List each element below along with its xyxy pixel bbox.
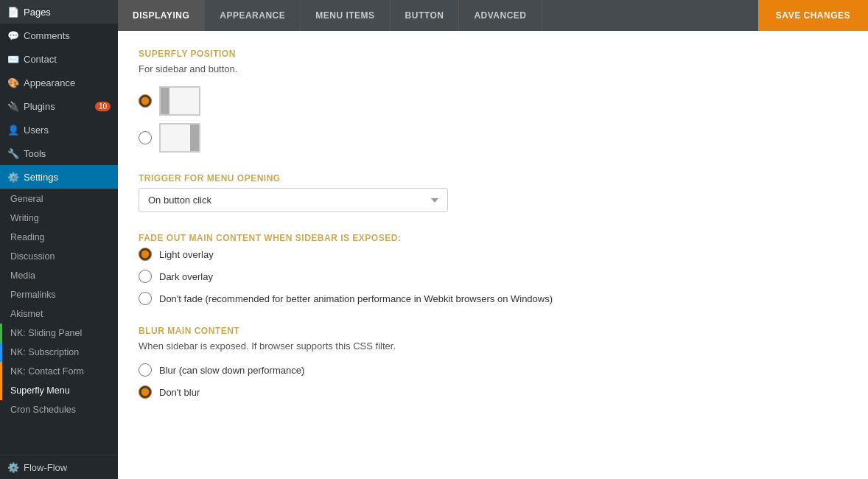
fade-none-option[interactable]: Don't fade (recommended for better anima… <box>139 292 847 305</box>
fade-none-label: Don't fade (recommended for better anima… <box>159 293 553 304</box>
sidebar-sub-writing[interactable]: Writing <box>0 209 118 228</box>
position-options <box>139 86 847 153</box>
blur-off-option[interactable]: Don't blur <box>139 385 847 399</box>
sidebar-sub-superfly-menu[interactable]: Superfly Menu <box>0 381 118 400</box>
sidebar-sub-general[interactable]: General <box>0 189 118 209</box>
content-area: SUPERFLY POSITION For sidebar and button… <box>118 31 868 479</box>
sidebar-item-plugins[interactable]: 🔌 Plugins 10 <box>0 94 118 118</box>
sidebar-item-contact[interactable]: ✉️ Contact <box>0 47 118 71</box>
fade-none-radio[interactable] <box>139 292 152 305</box>
sidebar-item-pages[interactable]: 📄 Pages <box>0 0 118 24</box>
position-left-option <box>139 86 847 116</box>
sidebar-item-flow-flow[interactable]: ⚙️ Flow-Flow <box>0 455 118 479</box>
fade-title: FADE OUT MAIN CONTENT WHEN SIDEBAR IS EX… <box>139 233 847 243</box>
settings-icon: ⚙️ <box>7 171 19 183</box>
fade-light-option[interactable]: Light overlay <box>139 248 847 261</box>
blur-section: BLUR MAIN CONTENT When sidebar is expose… <box>139 326 847 399</box>
sidebar: 📄 Pages 💬 Comments ✉️ Contact 🎨 Appearan… <box>0 0 118 479</box>
sidebar-sub-nk-sliding[interactable]: NK: Sliding Panel <box>0 324 118 343</box>
left-bar <box>161 88 169 114</box>
tab-displaying[interactable]: DISPLAYING <box>118 0 205 31</box>
position-right-img[interactable] <box>159 123 200 153</box>
blur-subtitle: When sidebar is exposed. If browser supp… <box>139 340 847 352</box>
comments-icon: 💬 <box>7 29 19 41</box>
fade-dark-label: Dark overlay <box>159 271 213 282</box>
sidebar-item-tools[interactable]: 🔧 Tools <box>0 141 118 165</box>
position-title: SUPERFLY POSITION <box>139 49 847 59</box>
blur-on-radio[interactable] <box>139 363 152 377</box>
position-left-img[interactable] <box>159 86 200 116</box>
position-section: SUPERFLY POSITION For sidebar and button… <box>139 49 847 153</box>
sidebar-item-users[interactable]: 👤 Users <box>0 118 118 141</box>
save-button[interactable]: SAVE CHANGES <box>758 0 868 31</box>
position-right-option <box>139 123 847 153</box>
sidebar-sub-reading[interactable]: Reading <box>0 228 118 247</box>
plugins-icon: 🔌 <box>7 100 19 112</box>
fade-light-radio[interactable] <box>139 248 152 261</box>
position-right-radio[interactable] <box>139 131 152 144</box>
main-content: DISPLAYING APPEARANCE MENU ITEMS BUTTON … <box>118 0 868 479</box>
fade-dark-radio[interactable] <box>139 270 152 283</box>
tab-button[interactable]: BUTTON <box>391 0 460 31</box>
sidebar-sub-nk-contact-form[interactable]: NK: Contact Form <box>0 362 118 381</box>
blur-on-option[interactable]: Blur (can slow down performance) <box>139 363 847 377</box>
trigger-select[interactable]: On button click On hover On scroll <box>139 188 448 212</box>
contact-icon: ✉️ <box>7 53 19 65</box>
appearance-icon: 🎨 <box>7 77 19 88</box>
tab-bar: DISPLAYING APPEARANCE MENU ITEMS BUTTON … <box>118 0 868 31</box>
sidebar-item-settings[interactable]: ⚙️ Settings <box>0 165 118 189</box>
sidebar-sub-akismet[interactable]: Akismet <box>0 304 118 324</box>
sidebar-item-comments[interactable]: 💬 Comments <box>0 24 118 47</box>
sidebar-sub-cron[interactable]: Cron Schedules <box>0 400 118 419</box>
position-left-radio[interactable] <box>139 94 152 108</box>
tab-advanced[interactable]: ADVANCED <box>459 0 542 31</box>
settings-sub-menu: General Writing Reading Discussion Media… <box>0 189 118 419</box>
position-subtitle: For sidebar and button. <box>139 63 847 74</box>
fade-options: Light overlay Dark overlay Don't fade (r… <box>139 248 847 305</box>
blur-off-label: Don't blur <box>159 387 200 398</box>
fade-dark-option[interactable]: Dark overlay <box>139 270 847 283</box>
flow-flow-icon: ⚙️ <box>7 461 19 473</box>
tools-icon: 🔧 <box>7 147 19 159</box>
fade-section: FADE OUT MAIN CONTENT WHEN SIDEBAR IS EX… <box>139 233 847 305</box>
blur-off-radio[interactable] <box>139 385 152 399</box>
blur-options: Blur (can slow down performance) Don't b… <box>139 363 847 399</box>
sidebar-item-appearance[interactable]: 🎨 Appearance <box>0 71 118 94</box>
right-bar <box>190 125 199 151</box>
plugins-badge: 10 <box>95 102 111 111</box>
trigger-title: TRIGGER FOR MENU OPENING <box>139 173 847 183</box>
sidebar-sub-media[interactable]: Media <box>0 266 118 285</box>
users-icon: 👤 <box>7 124 19 136</box>
tab-spacer <box>542 0 758 31</box>
sidebar-sub-discussion[interactable]: Discussion <box>0 247 118 266</box>
tab-appearance[interactable]: APPEARANCE <box>205 0 301 31</box>
tab-menu-items[interactable]: MENU ITEMS <box>301 0 390 31</box>
fade-light-label: Light overlay <box>159 249 214 260</box>
blur-on-label: Blur (can slow down performance) <box>159 365 304 376</box>
sidebar-sub-nk-subscription[interactable]: NK: Subscription <box>0 343 118 362</box>
blur-title: BLUR MAIN CONTENT <box>139 326 847 336</box>
pages-icon: 📄 <box>7 6 19 18</box>
sidebar-footer: ⚙️ Flow-Flow <box>0 455 118 479</box>
sidebar-sub-permalinks[interactable]: Permalinks <box>0 285 118 304</box>
trigger-section: TRIGGER FOR MENU OPENING On button click… <box>139 173 847 212</box>
